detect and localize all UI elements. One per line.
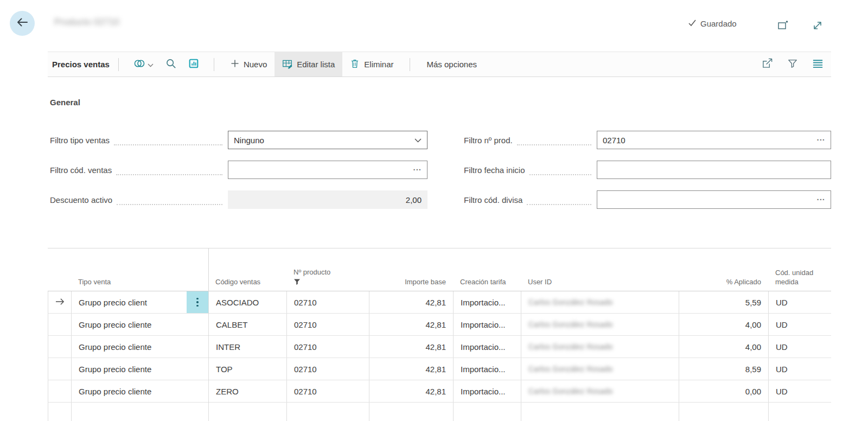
funnel-filled-icon bbox=[293, 278, 362, 286]
cell-tipo-venta[interactable]: Grupo precio client bbox=[72, 291, 209, 313]
cell-creacion-tarifa[interactable]: Importacio... bbox=[454, 314, 521, 335]
cell-tipo-venta[interactable]: Grupo precio cliente bbox=[72, 314, 209, 335]
cell-codigo-ventas[interactable] bbox=[209, 403, 287, 421]
edit-list-button[interactable]: Editar lista bbox=[275, 52, 342, 76]
cell-no-producto[interactable]: 02710 bbox=[287, 380, 369, 402]
header-cell-importe-base[interactable]: Importe base bbox=[369, 248, 453, 291]
dotted-leader bbox=[114, 135, 222, 145]
cell-importe-base[interactable]: 42,81 bbox=[369, 358, 454, 380]
cell-cod-unidad-medida[interactable]: UD bbox=[769, 336, 832, 358]
cell-tipo-venta[interactable] bbox=[72, 403, 209, 421]
cell-no-producto[interactable]: 02710 bbox=[287, 336, 369, 358]
cod-ventas-input[interactable]: ... bbox=[228, 161, 427, 179]
cell-tipo-venta[interactable]: Grupo precio cliente bbox=[72, 336, 209, 358]
no-prod-input[interactable]: 02710 ... bbox=[597, 131, 831, 149]
row-ellipsis-button[interactable] bbox=[187, 291, 208, 313]
section-title-general[interactable]: General bbox=[50, 98, 80, 107]
more-options-button[interactable]: Más opciones bbox=[419, 52, 484, 76]
tipo-ventas-select[interactable]: Ninguno bbox=[228, 131, 427, 149]
expand-icon[interactable] bbox=[812, 20, 824, 34]
cell-pct-aplicado[interactable] bbox=[679, 403, 769, 421]
cell-user-id[interactable]: Carlos González Rosado bbox=[521, 336, 679, 358]
cell-codigo-ventas[interactable]: INTER bbox=[209, 336, 287, 358]
cell-cod-unidad-medida[interactable]: UD bbox=[769, 314, 832, 335]
header-cell-user-id[interactable]: User ID bbox=[521, 248, 679, 291]
cell-pct-aplicado[interactable]: 4,00 bbox=[679, 314, 769, 335]
cell-importe-base[interactable]: 42,81 bbox=[369, 314, 454, 335]
cell-no-producto[interactable]: 02710 bbox=[287, 291, 369, 313]
dotted-leader bbox=[116, 165, 222, 175]
list-caption: Precios ventas bbox=[52, 60, 110, 69]
header-cell-codigo-ventas[interactable]: Código ventas bbox=[208, 248, 286, 291]
cell-importe-base[interactable]: 42,81 bbox=[369, 380, 454, 402]
new-button[interactable]: Nuevo bbox=[223, 52, 275, 76]
row-arrow-icon bbox=[55, 298, 65, 307]
cell-codigo-ventas[interactable]: ASOCIADO bbox=[209, 291, 287, 313]
header-cell-cod-unidad-medida[interactable]: Cód. unidad medida bbox=[768, 248, 831, 291]
cell-creacion-tarifa[interactable]: Importacio... bbox=[454, 380, 521, 402]
page: Producto 02710 Guardado Precios ventas bbox=[0, 0, 868, 421]
toolbar-divider bbox=[118, 58, 119, 71]
cell-no-producto[interactable]: 02710 bbox=[287, 314, 369, 335]
tipo-ventas-value: Ninguno bbox=[234, 136, 264, 145]
cell-user-id[interactable]: Carlos González Rosado bbox=[521, 380, 679, 402]
delete-button[interactable]: Eliminar bbox=[342, 52, 401, 76]
cell-no-producto[interactable]: 02710 bbox=[287, 358, 369, 380]
row-selector-cell[interactable] bbox=[48, 380, 72, 402]
back-button[interactable] bbox=[10, 11, 35, 36]
cell-cod-unidad-medida[interactable]: UD bbox=[769, 291, 832, 313]
save-status-label: Guardado bbox=[700, 19, 737, 28]
header-cell-creacion-tarifa[interactable]: Creación tarifa bbox=[453, 248, 521, 291]
lookup-ellipsis-icon[interactable]: ... bbox=[413, 165, 422, 170]
popout-window-icon[interactable] bbox=[777, 20, 789, 34]
cell-codigo-ventas[interactable]: CALBET bbox=[209, 314, 287, 335]
search-button[interactable] bbox=[165, 58, 176, 71]
cell-pct-aplicado[interactable]: 4,00 bbox=[679, 336, 769, 358]
cod-divisa-input[interactable]: ... bbox=[597, 190, 831, 209]
dotted-leader bbox=[517, 135, 591, 145]
cell-cod-unidad-medida[interactable]: UD bbox=[769, 358, 832, 380]
cell-user-id[interactable]: Carlos González Rosado bbox=[521, 314, 679, 335]
list-layout-button[interactable] bbox=[812, 59, 824, 71]
chevron-down-icon[interactable] bbox=[414, 135, 422, 145]
cell-codigo-ventas[interactable]: TOP bbox=[209, 358, 287, 380]
cell-user-id[interactable]: Carlos González Rosado bbox=[521, 291, 679, 313]
header-cell-no-producto[interactable]: Nº producto bbox=[286, 248, 369, 291]
cell-pct-aplicado[interactable]: 0,00 bbox=[679, 380, 769, 402]
fecha-inicio-input[interactable] bbox=[597, 161, 831, 179]
row-selector-cell[interactable] bbox=[48, 336, 72, 358]
cell-importe-base[interactable]: 42,81 bbox=[369, 336, 454, 358]
edit-list-icon bbox=[282, 59, 292, 71]
row-selector-cell[interactable] bbox=[48, 358, 72, 380]
cell-user-id[interactable] bbox=[521, 403, 679, 421]
cell-tipo-venta[interactable]: Grupo precio cliente bbox=[72, 358, 209, 380]
cell-creacion-tarifa[interactable] bbox=[454, 403, 521, 421]
cell-pct-aplicado[interactable]: 5,59 bbox=[679, 291, 769, 313]
cell-cod-unidad-medida[interactable]: UD bbox=[769, 380, 832, 402]
row-selector-cell[interactable] bbox=[48, 314, 72, 335]
cell-codigo-ventas[interactable]: ZERO bbox=[209, 380, 287, 402]
page-title: Producto 02710 bbox=[54, 17, 119, 28]
share-button[interactable] bbox=[762, 58, 773, 71]
lookup-ellipsis-icon[interactable]: ... bbox=[816, 195, 825, 200]
field-label: Filtro fecha inicio bbox=[464, 165, 525, 175]
cell-pct-aplicado[interactable]: 8,59 bbox=[679, 358, 769, 380]
table-row: Grupo precio client ASOCIADO 02710 42,81… bbox=[48, 291, 831, 314]
cell-creacion-tarifa[interactable]: Importacio... bbox=[454, 336, 521, 358]
cell-importe-base[interactable]: 42,81 bbox=[369, 291, 454, 313]
cell-user-id[interactable]: Carlos González Rosado bbox=[521, 358, 679, 380]
cell-creacion-tarifa[interactable]: Importacio... bbox=[454, 291, 521, 313]
header-cell-tipo-venta[interactable]: Tipo venta bbox=[71, 248, 208, 291]
row-selector-cell[interactable] bbox=[48, 291, 72, 313]
analyze-button[interactable] bbox=[188, 58, 199, 71]
cell-importe-base[interactable] bbox=[369, 403, 454, 421]
cell-no-producto[interactable] bbox=[287, 403, 369, 421]
row-selector-cell[interactable] bbox=[48, 403, 72, 421]
cell-cod-unidad-medida[interactable] bbox=[769, 403, 832, 421]
related-menu-button[interactable] bbox=[133, 59, 154, 71]
cell-creacion-tarifa[interactable]: Importacio... bbox=[454, 358, 521, 380]
cell-tipo-venta[interactable]: Grupo precio cliente bbox=[72, 380, 209, 402]
filter-button[interactable] bbox=[787, 58, 798, 71]
header-cell-pct-aplicado[interactable]: % Aplicado bbox=[679, 248, 768, 291]
lookup-ellipsis-icon[interactable]: ... bbox=[816, 135, 825, 141]
